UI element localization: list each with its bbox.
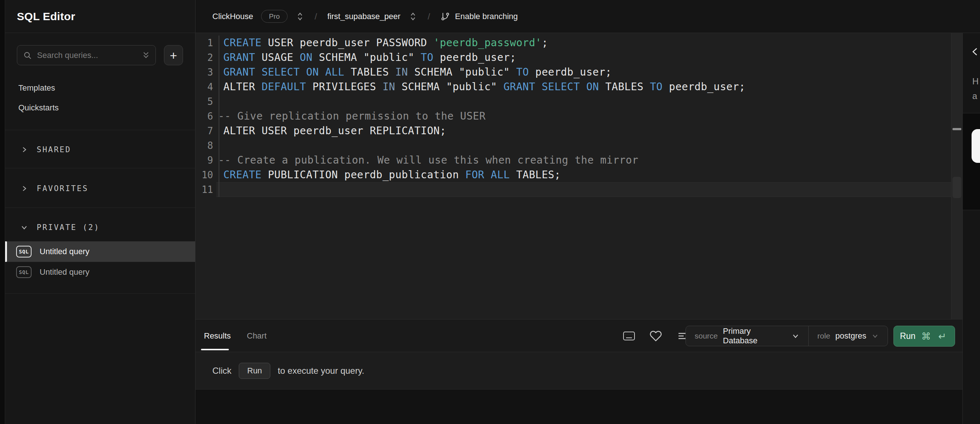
line-number: 6 <box>196 109 213 124</box>
code-line[interactable]: -- Give replication permission to the US… <box>218 109 485 124</box>
message-suffix: to execute your query. <box>278 366 364 376</box>
active-tab-underline <box>201 349 229 350</box>
truncated-text: a <box>972 91 977 101</box>
git-branch-icon <box>441 12 450 21</box>
line-number: 11 <box>196 182 213 197</box>
collapse-panel-icon[interactable] <box>971 47 980 56</box>
code-line[interactable]: CREATE PUBLICATION peerdb_publication FO… <box>223 167 561 182</box>
sql-editor-app: SQL Editor + Templates Quickstarts SHARE… <box>0 0 980 424</box>
message-prefix: Click <box>212 366 231 376</box>
current-line-highlight <box>216 182 951 197</box>
divider <box>5 130 195 130</box>
divider <box>5 293 195 294</box>
code-line[interactable]: -- Create a publication. We will use thi… <box>218 153 638 167</box>
chevron-right-icon <box>21 185 28 192</box>
line-number: 10 <box>196 167 213 182</box>
sql-file-icon: SQL <box>16 246 32 257</box>
search-icon <box>23 51 32 60</box>
role-select[interactable]: role postgres <box>809 326 888 346</box>
sidebar-item-quickstarts[interactable]: Quickstarts <box>18 100 59 115</box>
code-line[interactable]: GRANT USAGE ON SCHEMA "public" TO peerdb… <box>223 50 516 65</box>
connection-name[interactable]: first_supabase_peer <box>328 12 401 21</box>
chevron-down-icon <box>872 332 879 340</box>
right-side-panel: H a <box>963 33 980 424</box>
empty-results-message: Click Run to execute your query. <box>196 352 963 389</box>
run-label: Run <box>900 331 915 341</box>
plus-icon: + <box>170 49 177 62</box>
chevron-down-icon <box>791 332 800 340</box>
search-input[interactable] <box>36 50 142 61</box>
tab-chart[interactable]: Chart <box>247 319 267 352</box>
query-list-item-selected[interactable]: SQL Untitled query <box>5 241 195 262</box>
code-editor[interactable]: 1CREATE USER peerdb_user PASSWORD 'peerd… <box>196 33 963 319</box>
favorite-button[interactable] <box>649 319 662 352</box>
code-line[interactable]: ALTER DEFAULT PRIVILEGES IN SCHEMA "publ… <box>223 80 745 94</box>
source-select[interactable]: source Primary Database <box>686 326 808 346</box>
line-number: 1 <box>196 35 213 50</box>
sidebar-item-templates[interactable]: Templates <box>18 81 55 96</box>
search-queries-box[interactable] <box>17 45 156 65</box>
chevron-right-icon <box>21 146 28 153</box>
right-panel-top: H a <box>963 33 980 113</box>
results-panel: Results Chart source Primary Database <box>196 319 963 424</box>
keyboard-shortcuts-button[interactable] <box>622 319 636 352</box>
line-number: 5 <box>196 94 213 109</box>
double-chevron-down-icon[interactable] <box>142 51 150 60</box>
sql-file-icon: SQL <box>16 266 32 278</box>
sidebar-header: SQL Editor <box>5 0 195 33</box>
left-rail <box>0 0 5 424</box>
divider <box>5 207 195 208</box>
code-line[interactable]: GRANT SELECT ON ALL TABLES IN SCHEMA "pu… <box>223 65 612 80</box>
line-number: 9 <box>196 153 213 167</box>
query-list-item[interactable]: SQL Untitled query <box>5 262 195 282</box>
run-button[interactable]: Run ⌘ ↵ <box>893 326 955 347</box>
line-number: 8 <box>196 138 213 153</box>
product-name: ClickHouse <box>212 12 253 21</box>
tab-results[interactable]: Results <box>204 319 231 352</box>
source-label: source <box>695 332 718 340</box>
run-kbd-hint: Run <box>239 363 270 379</box>
clipped-white-button[interactable] <box>972 129 980 163</box>
line-number: 4 <box>196 80 213 94</box>
role-label: role <box>818 332 830 340</box>
breadcrumb-bar: ClickHouse Pro / first_supabase_peer / E… <box>196 0 980 33</box>
slash-separator: / <box>425 11 433 22</box>
editor-scrollbar[interactable] <box>951 33 963 319</box>
page-title: SQL Editor <box>17 10 75 23</box>
role-value: postgres <box>835 331 866 341</box>
truncated-text: H <box>972 76 978 86</box>
section-shared[interactable]: SHARED <box>5 139 195 161</box>
unfold-icon[interactable] <box>409 11 417 22</box>
line-number: 2 <box>196 50 213 65</box>
divider <box>5 168 195 168</box>
connection-selector-group: source Primary Database role postgres <box>686 326 888 346</box>
unfold-icon[interactable] <box>296 11 304 22</box>
results-toolbar: Results Chart source Primary Database <box>196 319 963 352</box>
code-line[interactable]: CREATE USER peerdb_user PASSWORD 'peerdb… <box>223 35 548 50</box>
divider <box>963 210 980 210</box>
slash-separator: / <box>312 11 320 22</box>
chevron-down-icon <box>21 224 28 231</box>
source-value: Primary Database <box>723 327 786 346</box>
selected-indicator <box>5 241 7 262</box>
right-panel-section <box>963 113 980 210</box>
new-query-button[interactable]: + <box>164 45 183 65</box>
enable-branching-label: Enable branching <box>455 12 518 21</box>
line-number: 7 <box>196 124 213 138</box>
section-favorites[interactable]: FAVORITES <box>5 177 195 199</box>
scrollbar-thumb[interactable] <box>953 177 961 198</box>
panel-footer-area <box>196 390 963 424</box>
sidebar: SQL Editor + Templates Quickstarts SHARE… <box>5 0 196 424</box>
code-line[interactable]: ALTER USER peerdb_user REPLICATION; <box>223 124 446 138</box>
enable-branching-button[interactable]: Enable branching <box>441 12 518 21</box>
section-private[interactable]: PRIVATE (2) <box>5 217 195 238</box>
cmd-return-shortcut-icons: ⌘ ↵ <box>921 331 948 342</box>
plan-badge[interactable]: Pro <box>261 10 288 23</box>
overview-ruler-mark <box>953 128 961 130</box>
line-number: 3 <box>196 65 213 80</box>
